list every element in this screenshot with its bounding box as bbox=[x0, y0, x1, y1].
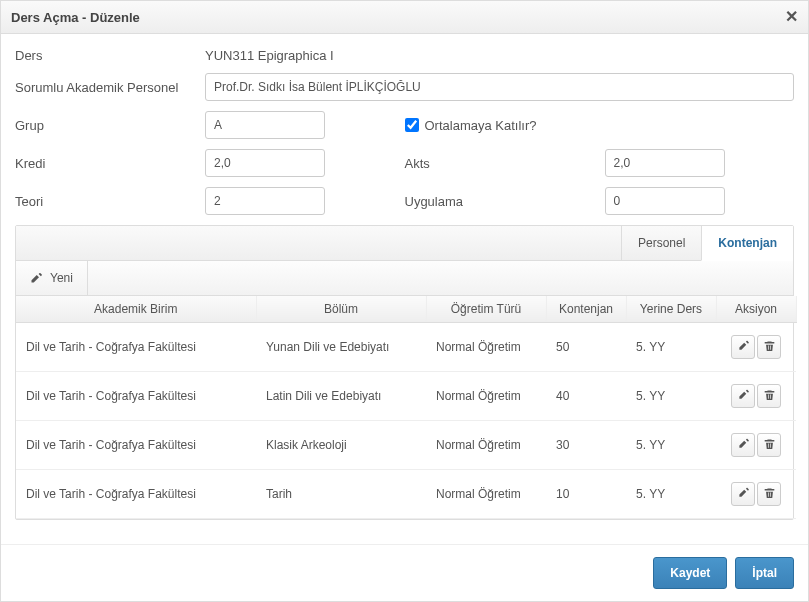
cell-akademik-birim: Dil ve Tarih - Coğrafya Fakültesi bbox=[16, 421, 256, 470]
edit-row-button[interactable] bbox=[731, 482, 755, 506]
th-ogretim-turu: Öğretim Türü bbox=[426, 296, 546, 323]
label-kredi: Kredi bbox=[15, 156, 205, 171]
cell-kontenjan: 50 bbox=[546, 323, 626, 372]
edit-row-button[interactable] bbox=[731, 335, 755, 359]
cell-kontenjan: 30 bbox=[546, 421, 626, 470]
new-button[interactable]: Yeni bbox=[16, 261, 88, 295]
panel-kontenjan: Personel Kontenjan Yeni Akademik Birim B… bbox=[15, 225, 794, 520]
table-row: Dil ve Tarih - Coğrafya FakültesiKlasik … bbox=[16, 421, 796, 470]
dialog-footer: Kaydet İptal bbox=[1, 544, 808, 601]
save-button[interactable]: Kaydet bbox=[653, 557, 727, 589]
cell-ogretim-turu: Normal Öğretim bbox=[426, 470, 546, 519]
row-grup-ortalama: Grup Ortalamaya Katılır? bbox=[15, 111, 794, 139]
row-ders: Ders YUN311 Epigraphica I bbox=[15, 48, 794, 63]
edit-icon bbox=[30, 272, 42, 284]
cell-yerine-ders: 5. YY bbox=[626, 323, 716, 372]
cell-bolum: Klasik Arkeoloji bbox=[256, 421, 426, 470]
dialog-header: Ders Açma - Düzenle ✕ bbox=[1, 1, 808, 34]
cell-ogretim-turu: Normal Öğretim bbox=[426, 421, 546, 470]
label-ortalama: Ortalamaya Katılır? bbox=[425, 118, 537, 133]
table-row: Dil ve Tarih - Coğrafya FakültesiYunan D… bbox=[16, 323, 796, 372]
pencil-icon bbox=[738, 389, 749, 403]
dialog-body: Ders YUN311 Epigraphica I Sorumlu Akadem… bbox=[1, 34, 808, 544]
th-yerine-ders: Yerine Ders bbox=[626, 296, 716, 323]
cell-akademik-birim: Dil ve Tarih - Coğrafya Fakültesi bbox=[16, 470, 256, 519]
label-sorumlu: Sorumlu Akademik Personel bbox=[15, 80, 205, 95]
th-bolum: Bölüm bbox=[256, 296, 426, 323]
trash-icon bbox=[764, 438, 775, 452]
kontenjan-table: Akademik Birim Bölüm Öğretim Türü Konten… bbox=[16, 296, 797, 519]
th-aksiyon: Aksiyon bbox=[716, 296, 796, 323]
th-kontenjan: Kontenjan bbox=[546, 296, 626, 323]
input-grup[interactable] bbox=[205, 111, 325, 139]
edit-row-button[interactable] bbox=[731, 384, 755, 408]
tab-personel[interactable]: Personel bbox=[621, 226, 701, 260]
label-uygulama: Uygulama bbox=[405, 194, 605, 209]
pencil-icon bbox=[738, 340, 749, 354]
row-teori-uygulama: Teori Uygulama bbox=[15, 187, 794, 215]
value-ders: YUN311 Epigraphica I bbox=[205, 48, 334, 63]
label-teori: Teori bbox=[15, 194, 205, 209]
cell-yerine-ders: 5. YY bbox=[626, 421, 716, 470]
delete-row-button[interactable] bbox=[757, 433, 781, 457]
cell-aksiyon bbox=[716, 421, 796, 470]
label-akts: Akts bbox=[405, 156, 605, 171]
input-sorumlu[interactable] bbox=[205, 73, 794, 101]
tab-kontenjan[interactable]: Kontenjan bbox=[701, 226, 793, 261]
dialog: Ders Açma - Düzenle ✕ Ders YUN311 Epigra… bbox=[0, 0, 809, 602]
cell-akademik-birim: Dil ve Tarih - Coğrafya Fakültesi bbox=[16, 323, 256, 372]
table-header-row: Akademik Birim Bölüm Öğretim Türü Konten… bbox=[16, 296, 796, 323]
trash-icon bbox=[764, 389, 775, 403]
input-uygulama[interactable] bbox=[605, 187, 725, 215]
th-akademik-birim: Akademik Birim bbox=[16, 296, 256, 323]
close-icon[interactable]: ✕ bbox=[785, 9, 798, 25]
edit-row-button[interactable] bbox=[731, 433, 755, 457]
dialog-title: Ders Açma - Düzenle bbox=[11, 10, 140, 25]
delete-row-button[interactable] bbox=[757, 384, 781, 408]
trash-icon bbox=[764, 487, 775, 501]
cell-yerine-ders: 5. YY bbox=[626, 470, 716, 519]
cell-aksiyon bbox=[716, 470, 796, 519]
toolbar: Yeni bbox=[16, 261, 793, 296]
cell-akademik-birim: Dil ve Tarih - Coğrafya Fakültesi bbox=[16, 372, 256, 421]
pencil-icon bbox=[738, 487, 749, 501]
tab-bar: Personel Kontenjan bbox=[16, 226, 793, 261]
cell-aksiyon bbox=[716, 323, 796, 372]
cancel-button[interactable]: İptal bbox=[735, 557, 794, 589]
delete-row-button[interactable] bbox=[757, 335, 781, 359]
pencil-icon bbox=[738, 438, 749, 452]
label-grup: Grup bbox=[15, 118, 205, 133]
row-sorumlu: Sorumlu Akademik Personel bbox=[15, 73, 794, 101]
trash-icon bbox=[764, 340, 775, 354]
checkbox-ortalama-wrap[interactable]: Ortalamaya Katılır? bbox=[405, 118, 537, 133]
cell-bolum: Yunan Dili ve Edebiyatı bbox=[256, 323, 426, 372]
table-row: Dil ve Tarih - Coğrafya FakültesiTarihNo… bbox=[16, 470, 796, 519]
cell-bolum: Tarih bbox=[256, 470, 426, 519]
label-ders: Ders bbox=[15, 48, 205, 63]
cell-kontenjan: 10 bbox=[546, 470, 626, 519]
checkbox-ortalama[interactable] bbox=[405, 118, 419, 132]
cell-yerine-ders: 5. YY bbox=[626, 372, 716, 421]
row-kredi-akts: Kredi Akts bbox=[15, 149, 794, 177]
input-akts[interactable] bbox=[605, 149, 725, 177]
table-row: Dil ve Tarih - Coğrafya FakültesiLatin D… bbox=[16, 372, 796, 421]
new-button-label: Yeni bbox=[50, 271, 73, 285]
input-teori[interactable] bbox=[205, 187, 325, 215]
cell-ogretim-turu: Normal Öğretim bbox=[426, 323, 546, 372]
cell-aksiyon bbox=[716, 372, 796, 421]
cell-kontenjan: 40 bbox=[546, 372, 626, 421]
cell-ogretim-turu: Normal Öğretim bbox=[426, 372, 546, 421]
cell-bolum: Latin Dili ve Edebiyatı bbox=[256, 372, 426, 421]
input-kredi[interactable] bbox=[205, 149, 325, 177]
delete-row-button[interactable] bbox=[757, 482, 781, 506]
